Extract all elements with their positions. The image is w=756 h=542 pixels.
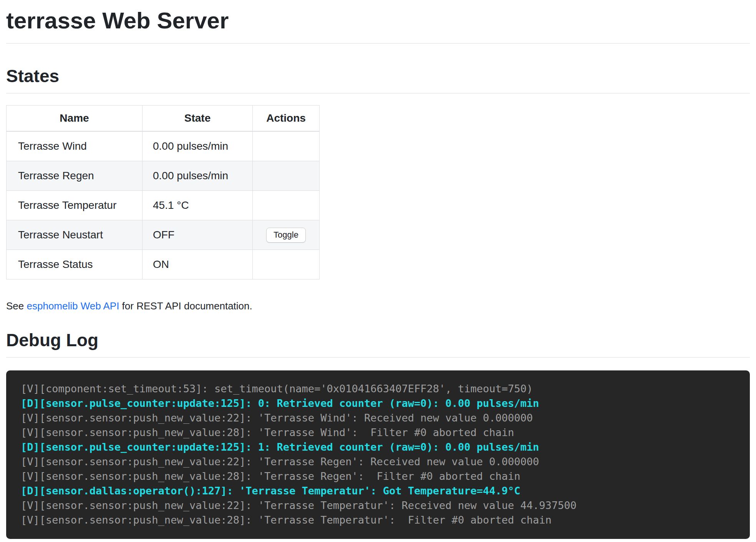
- log-line-v: [V][component:set_timeout:53]: set_timeo…: [21, 382, 735, 396]
- page-title: terrasse Web Server: [6, 8, 750, 33]
- cell-name: Terrasse Status: [7, 250, 143, 279]
- cell-state: 0.00 pulses/min: [143, 161, 253, 191]
- log-line-v: [V][sensor.sensor:push_new_value:28]: 'T…: [21, 513, 735, 527]
- toggle-button[interactable]: Toggle: [266, 228, 306, 243]
- states-heading: States: [6, 68, 750, 84]
- cell-actions: [253, 131, 320, 161]
- table-row: Terrasse Wind0.00 pulses/min: [7, 131, 320, 161]
- log-line-v: [V][sensor.sensor:push_new_value:22]: 'T…: [21, 454, 735, 469]
- cell-actions: Toggle: [253, 220, 320, 250]
- states-table-header: Name State Actions: [7, 106, 320, 132]
- esphomelib-web-api-link[interactable]: esphomelib Web API: [27, 300, 119, 312]
- cell-name: Terrasse Wind: [7, 131, 143, 161]
- states-divider: [6, 93, 750, 94]
- log-line-v: [V][sensor.sensor:push_new_value:22]: 'T…: [21, 498, 735, 513]
- cell-actions: [253, 191, 320, 220]
- cell-name: Terrasse Regen: [7, 161, 143, 191]
- cell-actions: [253, 161, 320, 191]
- log-line-v: [V][sensor.sensor:push_new_value:28]: 'T…: [21, 425, 735, 440]
- api-note-prefix: See: [6, 300, 27, 312]
- table-row: Terrasse NeustartOFFToggle: [7, 220, 320, 250]
- cell-state: OFF: [143, 220, 253, 250]
- cell-name: Terrasse Neustart: [7, 220, 143, 250]
- header-row: Name State Actions: [7, 106, 320, 132]
- log-line-d: [D][sensor.dallas:operator():127]: 'Terr…: [21, 484, 735, 498]
- api-note-suffix: for REST API documentation.: [119, 300, 252, 312]
- log-line-v: [V][sensor.sensor:push_new_value:22]: 'T…: [21, 411, 735, 425]
- table-row: Terrasse Regen0.00 pulses/min: [7, 161, 320, 191]
- column-header-name: Name: [7, 106, 143, 132]
- states-table-body: Terrasse Wind0.00 pulses/minTerrasse Reg…: [7, 131, 320, 279]
- log-line-d: [D][sensor.pulse_counter:update:125]: 0:…: [21, 396, 735, 411]
- cell-state: ON: [143, 250, 253, 279]
- column-header-actions: Actions: [253, 106, 320, 132]
- cell-state: 45.1 °C: [143, 191, 253, 220]
- table-row: Terrasse Temperatur45.1 °C: [7, 191, 320, 220]
- title-divider: [6, 43, 750, 44]
- debug-log-heading: Debug Log: [6, 332, 750, 349]
- debug-divider: [6, 357, 750, 358]
- page: terrasse Web Server States Name State Ac…: [0, 8, 756, 539]
- cell-state: 0.00 pulses/min: [143, 131, 253, 161]
- cell-name: Terrasse Temperatur: [7, 191, 143, 220]
- states-table: Name State Actions Terrasse Wind0.00 pul…: [6, 105, 320, 279]
- table-row: Terrasse StatusON: [7, 250, 320, 279]
- cell-actions: [253, 250, 320, 279]
- log-line-d: [D][sensor.pulse_counter:update:125]: 1:…: [21, 440, 735, 454]
- debug-log-panel: [V][component:set_timeout:53]: set_timeo…: [6, 370, 750, 539]
- log-line-v: [V][sensor.sensor:push_new_value:28]: 'T…: [21, 469, 735, 484]
- api-note: See esphomelib Web API for REST API docu…: [6, 300, 750, 312]
- column-header-state: State: [143, 106, 253, 132]
